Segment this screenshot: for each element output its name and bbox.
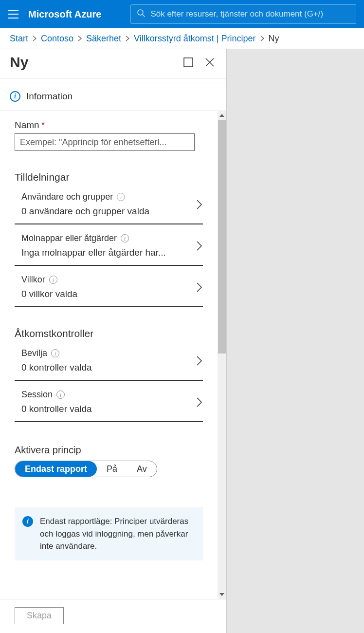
chevron-right-icon bbox=[32, 36, 37, 41]
info-icon: i bbox=[10, 91, 20, 102]
access-control-session[interactable]: Session i 0 kontroller valda bbox=[15, 381, 203, 422]
list-item-title: Bevilja bbox=[21, 348, 47, 358]
assignments-heading: Tilldelningar bbox=[0, 151, 218, 183]
info-icon[interactable]: i bbox=[121, 234, 129, 242]
list-item-subtitle: 0 kontroller valda bbox=[21, 404, 196, 414]
info-icon[interactable]: i bbox=[49, 276, 57, 284]
svg-rect-0 bbox=[8, 10, 18, 11]
name-label: Namn* bbox=[15, 120, 203, 130]
info-icon: i bbox=[22, 516, 33, 527]
blade-new-policy: Ny i Information Namn* bbox=[0, 49, 227, 633]
assignment-conditions[interactable]: Villkor i 0 villkor valda bbox=[15, 266, 203, 307]
breadcrumb-current: Ny bbox=[269, 34, 279, 44]
list-item-title: Villkor bbox=[21, 275, 45, 285]
breadcrumb-link-ca-policies[interactable]: Villkorsstyrd åtkomst | Principer bbox=[134, 34, 255, 44]
list-item-subtitle: Inga molnappar eller åtgärder har... bbox=[21, 247, 196, 258]
enable-policy-label: Aktivera princip bbox=[15, 445, 203, 456]
list-item-subtitle: 0 kontroller valda bbox=[21, 362, 196, 373]
access-controls-heading: Åtkomstkontroller bbox=[0, 307, 218, 339]
list-item-title: Användare och grupper bbox=[21, 192, 113, 202]
blade-title: Ny bbox=[10, 54, 28, 71]
chevron-right-icon bbox=[125, 36, 130, 41]
list-item-title: Molnappar eller åtgärder bbox=[21, 233, 117, 243]
chevron-right-icon bbox=[196, 199, 203, 210]
access-control-grant[interactable]: Bevilja i 0 kontroller valda bbox=[15, 339, 203, 381]
chevron-right-icon bbox=[196, 397, 203, 408]
info-icon[interactable]: i bbox=[56, 391, 65, 399]
toggle-on[interactable]: På bbox=[97, 461, 127, 477]
blade-footer: Skapa bbox=[0, 599, 226, 633]
info-tab[interactable]: i Information bbox=[0, 82, 226, 111]
search-icon bbox=[137, 9, 146, 19]
close-icon[interactable] bbox=[205, 57, 215, 67]
scroll-up-arrow-icon[interactable] bbox=[218, 111, 226, 120]
info-icon[interactable]: i bbox=[51, 349, 59, 357]
assignment-cloud-apps[interactable]: Molnappar eller åtgärder i Inga molnappa… bbox=[15, 224, 203, 266]
info-banner-text: Endast rapportläge: Principer utvärderas… bbox=[40, 515, 195, 553]
breadcrumb: Start Contoso Säkerhet Villkorsstyrd åtk… bbox=[0, 28, 364, 49]
breadcrumb-link-start[interactable]: Start bbox=[10, 34, 28, 44]
info-tab-label: Information bbox=[26, 91, 73, 102]
list-item-subtitle: 0 villkor valda bbox=[21, 289, 196, 299]
svg-point-3 bbox=[138, 10, 143, 15]
chevron-right-icon bbox=[196, 355, 203, 366]
vertical-scrollbar[interactable] bbox=[218, 111, 226, 599]
chevron-right-icon bbox=[260, 36, 265, 41]
hamburger-menu-icon[interactable] bbox=[8, 10, 18, 19]
scrollbar-thumb[interactable] bbox=[218, 120, 226, 354]
empty-right-pane bbox=[227, 49, 364, 633]
breadcrumb-link-security[interactable]: Säkerhet bbox=[86, 34, 121, 44]
chevron-right-icon bbox=[77, 36, 82, 41]
create-button[interactable]: Skapa bbox=[15, 607, 64, 624]
maximize-icon[interactable] bbox=[183, 57, 193, 67]
brand-label: Microsoft Azure bbox=[28, 9, 101, 20]
list-item-subtitle: 0 användare och grupper valda bbox=[21, 206, 196, 217]
breadcrumb-link-contoso[interactable]: Contoso bbox=[41, 34, 73, 44]
svg-rect-1 bbox=[8, 14, 18, 15]
svg-rect-5 bbox=[184, 58, 193, 67]
chevron-right-icon bbox=[196, 282, 203, 293]
global-header: Microsoft Azure Sök efter resurser, tjän… bbox=[0, 0, 364, 28]
toggle-off[interactable]: Av bbox=[127, 461, 157, 477]
search-placeholder: Sök efter resurser, tjänster och dokumen… bbox=[150, 9, 323, 19]
global-search-input[interactable]: Sök efter resurser, tjänster och dokumen… bbox=[130, 4, 356, 24]
assignment-users-groups[interactable]: Användare och grupper i 0 användare och … bbox=[15, 183, 203, 224]
info-icon[interactable]: i bbox=[117, 193, 125, 201]
chevron-right-icon bbox=[196, 241, 203, 251]
scroll-down-arrow-icon[interactable] bbox=[218, 590, 226, 599]
policy-name-input[interactable] bbox=[15, 133, 195, 151]
toggle-report-only[interactable]: Endast rapport bbox=[15, 461, 97, 477]
svg-line-4 bbox=[143, 15, 145, 17]
svg-rect-2 bbox=[8, 18, 18, 19]
enable-policy-toggle: Endast rapport På Av bbox=[15, 461, 157, 477]
list-item-title: Session bbox=[21, 390, 53, 400]
report-only-info-banner: i Endast rapportläge: Principer utvärder… bbox=[15, 507, 203, 560]
